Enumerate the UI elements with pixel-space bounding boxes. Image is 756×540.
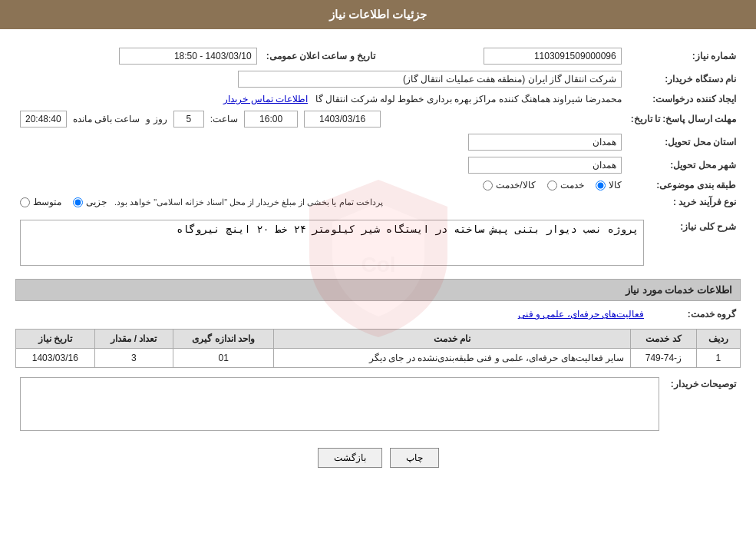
process-radio-jozi[interactable] <box>73 197 83 207</box>
process-type-label: نوع فرآیند خرید : <box>626 194 741 210</box>
category-label: طبقه بندی موضوعی: <box>626 177 741 194</box>
need-description-table: شرح کلی نیاز: <box>15 217 741 271</box>
response-date-value: 1403/03/16 <box>304 111 381 128</box>
services-section-header: اطلاعات خدمات مورد نیاز <box>15 279 741 301</box>
services-table-body: 1 ز-74-749 سایر فعالیت‌های حرفه‌ای، علمی… <box>16 349 741 368</box>
requester-label: ایجاد کننده درخواست: <box>626 91 741 108</box>
response-days-value: 5 <box>173 111 204 128</box>
response-deadline-container: 20:48:40 ساعت باقی مانده روز و 5 ساعت: 1… <box>20 111 622 128</box>
response-remaining-label: ساعت باقی مانده <box>73 114 140 124</box>
requester-contact-link[interactable]: اطلاعات تماس خریدار <box>223 94 308 104</box>
process-radio-group: متوسط جزیی <box>20 197 107 207</box>
page-title: جزئیات اطلاعات نیاز <box>329 8 427 21</box>
page-header: جزئیات اطلاعات نیاز <box>0 0 756 29</box>
announce-datetime-label: تاریخ و ساعت اعلان عمومی: <box>262 45 380 68</box>
buyer-org-label: نام دستگاه خریدار: <box>626 68 741 91</box>
delivery-city-label: شهر محل تحویل: <box>626 154 741 177</box>
print-button[interactable]: چاپ <box>390 448 439 468</box>
buyer-notes-textarea[interactable] <box>20 377 659 431</box>
process-option-jozi: جزیی <box>73 197 107 207</box>
buyer-notes-label: توصیحات خریدار: <box>664 374 741 436</box>
delivery-province-value: همدان <box>468 134 622 151</box>
delivery-province-label: استان محل تحویل: <box>626 131 741 154</box>
back-button[interactable]: بازگشت <box>318 448 382 468</box>
process-radio-motawaset[interactable] <box>20 197 30 207</box>
footer-buttons: چاپ بازگشت <box>15 448 741 468</box>
response-remaining-value: 20:48:40 <box>20 111 67 128</box>
need-number-value: 1103091509000096 <box>484 48 622 65</box>
col-service-code: کد خدمت <box>631 330 697 349</box>
category-radio-kala-khedmat[interactable] <box>483 181 493 190</box>
content-area: Col شماره نیاز: 1103091509000096 تاریخ و… <box>0 41 756 472</box>
process-jozi-label: جزیی <box>86 197 107 207</box>
need-number-label: شماره نیاز: <box>626 45 741 68</box>
category-kala-label: کالا <box>609 180 622 190</box>
service-group-label: گروه خدمت: <box>649 306 741 323</box>
delivery-city-value: همدان <box>468 157 622 174</box>
service-group-table: گروه خدمت: فعالیت‌های حرفه‌ای، علمی و فن… <box>15 306 741 323</box>
requester-row: ایجاد کننده درخواست: محمدرضا شیراوند هما… <box>15 91 741 108</box>
need-description-textarea[interactable] <box>20 220 644 266</box>
buyer-org-value: شرکت انتقال گاز ایران (منطقه هفت عملیات … <box>238 71 622 88</box>
col-service-name: نام خدمت <box>274 330 631 349</box>
category-radio-kala[interactable] <box>596 181 606 190</box>
process-type-row: نوع فرآیند خرید : متوسط جزیی <box>15 194 741 210</box>
cell-date: 1403/03/16 <box>16 349 95 368</box>
announce-datetime-value: 1403/03/10 - 18:50 <box>119 48 257 65</box>
delivery-city-row: شهر محل تحویل: همدان <box>15 154 741 177</box>
cell-unit: 01 <box>173 349 274 368</box>
category-radio-khedmat[interactable] <box>547 181 557 190</box>
requester-value: محمدرضا شیراوند هماهنگ کننده مراکز بهره … <box>315 94 622 104</box>
services-table-header-row: ردیف کد خدمت نام خدمت واحد اندازه گیری ت… <box>16 330 741 349</box>
category-option-kala-khedmat: کالا/خدمت <box>483 180 535 190</box>
col-row-num: ردیف <box>696 330 740 349</box>
main-info-table: شماره نیاز: 1103091509000096 تاریخ و ساع… <box>15 45 741 210</box>
need-description-label: شرح کلی نیاز: <box>649 217 741 271</box>
process-note: پرداخت تمام یا بخشی از مبلغ خریدار از مح… <box>114 197 383 207</box>
service-group-value[interactable]: فعالیت‌های حرفه‌ای، علمی و فنی <box>518 309 644 320</box>
category-radio-group: کالا/خدمت خدمت کالا <box>483 180 621 190</box>
page-wrapper: جزئیات اطلاعات نیاز Col شماره نیاز: 1103… <box>0 0 756 540</box>
category-khedmat-label: خدمت <box>560 180 584 190</box>
response-time-value: 16:00 <box>244 111 298 128</box>
cell-service-name: سایر فعالیت‌های حرفه‌ای، علمی و فنی طبقه… <box>274 349 631 368</box>
need-description-row: شرح کلی نیاز: <box>15 217 741 271</box>
col-unit: واحد اندازه گیری <box>173 330 274 349</box>
cell-row-num: 1 <box>696 349 740 368</box>
process-motawaset-label: متوسط <box>33 197 61 207</box>
services-table: ردیف کد خدمت نام خدمت واحد اندازه گیری ت… <box>15 329 741 368</box>
process-container: متوسط جزیی پرداخت تمام یا بخشی از مبلغ خ… <box>20 197 622 207</box>
category-kala-khedmat-label: کالا/خدمت <box>496 180 535 190</box>
buyer-org-row: نام دستگاه خریدار: شرکت انتقال گاز ایران… <box>15 68 741 91</box>
response-days-label: روز و <box>146 114 167 124</box>
category-option-kala: کالا <box>596 180 622 190</box>
buyer-notes-row: توصیحات خریدار: <box>15 374 741 436</box>
service-group-row: گروه خدمت: فعالیت‌های حرفه‌ای، علمی و فن… <box>15 306 741 323</box>
category-row: طبقه بندی موضوعی: کالا/خدمت خدمت کالا <box>15 177 741 194</box>
col-date: تاریخ نیاز <box>16 330 95 349</box>
table-row: 1 ز-74-749 سایر فعالیت‌های حرفه‌ای، علمی… <box>16 349 741 368</box>
buyer-notes-table: توصیحات خریدار: <box>15 374 741 436</box>
need-number-row: شماره نیاز: 1103091509000096 تاریخ و ساع… <box>15 45 741 68</box>
cell-service-code: ز-74-749 <box>631 349 697 368</box>
process-option-motawaset: متوسط <box>20 197 61 207</box>
response-deadline-label: مهلت ارسال پاسخ: تا تاریخ: <box>626 108 741 131</box>
response-time-label: ساعت: <box>210 114 238 124</box>
cell-quantity: 3 <box>94 349 173 368</box>
col-quantity: تعداد / مقدار <box>94 330 173 349</box>
response-deadline-row: مهلت ارسال پاسخ: تا تاریخ: 20:48:40 ساعت… <box>15 108 741 131</box>
category-option-khedmat: خدمت <box>547 180 584 190</box>
delivery-province-row: استان محل تحویل: همدان <box>15 131 741 154</box>
services-table-head: ردیف کد خدمت نام خدمت واحد اندازه گیری ت… <box>16 330 741 349</box>
